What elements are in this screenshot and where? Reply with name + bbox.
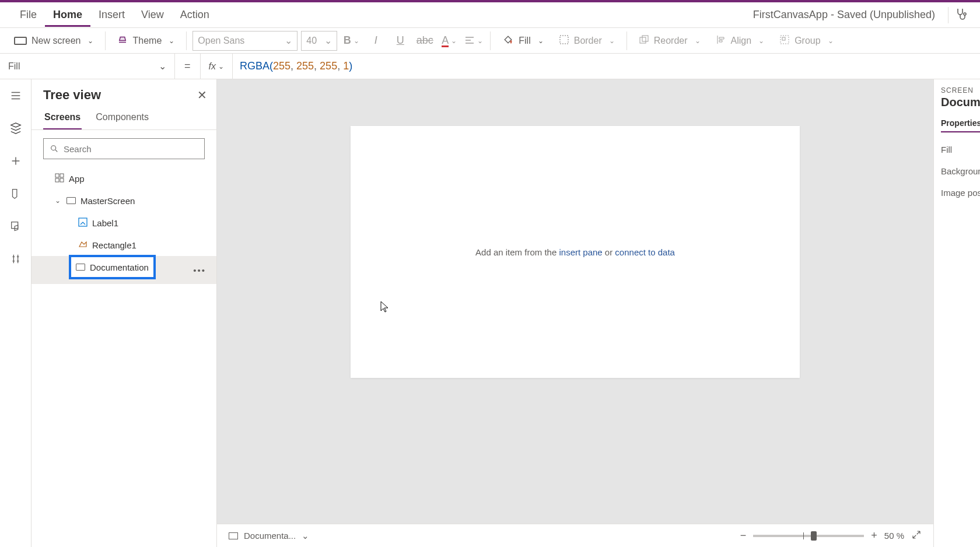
tab-properties[interactable]: Properties — [941, 115, 980, 132]
tab-screens[interactable]: Screens — [43, 106, 82, 129]
search-field[interactable] — [64, 144, 198, 154]
new-screen-button[interactable]: New screen — [8, 32, 99, 50]
font-color-button[interactable]: A — [439, 31, 460, 51]
svg-rect-5 — [782, 37, 785, 40]
property-select[interactable]: Fill ⌄ — [0, 54, 175, 79]
border-button[interactable]: Border — [553, 31, 621, 51]
tree-item-label1[interactable]: Label1 — [32, 212, 216, 234]
svg-rect-8 — [55, 174, 59, 177]
fill-button[interactable]: Fill — [496, 30, 549, 51]
menubar: File Home Insert View Action FirstCanvas… — [0, 2, 980, 28]
menu-file[interactable]: File — [12, 3, 45, 27]
underline-button[interactable]: U — [390, 31, 411, 51]
font-select[interactable]: Open Sans ⌄ — [192, 31, 298, 51]
search-input[interactable] — [43, 138, 205, 159]
screen-icon — [66, 197, 76, 204]
search-icon — [50, 144, 59, 153]
shape-icon — [78, 240, 88, 251]
svg-rect-10 — [55, 178, 59, 182]
insert-pane-link[interactable]: insert pane — [559, 247, 602, 257]
bold-button[interactable]: B — [341, 31, 362, 51]
strikethrough-button[interactable]: abc — [414, 31, 435, 51]
reorder-button[interactable]: Reorder — [633, 31, 706, 51]
font-size-select[interactable]: 40 ⌄ — [301, 31, 337, 51]
svg-point-7 — [51, 146, 56, 150]
connect-data-link[interactable]: connect to data — [615, 247, 675, 257]
label-icon — [78, 218, 88, 229]
tree-list: App ⌄ MasterScreen Label1 Rectangle1 — [32, 167, 216, 547]
fx-label: fx — [209, 61, 216, 72]
reorder-icon — [639, 34, 649, 47]
props-section-label: SCREEN — [941, 86, 980, 94]
fit-to-window-button[interactable] — [911, 530, 922, 542]
font-color-icon: A — [442, 34, 449, 47]
tree-view-icon[interactable] — [8, 120, 24, 136]
formula-fn: RGBA — [240, 60, 270, 72]
tree-item-rectangle1[interactable]: Rectangle1 — [32, 234, 216, 256]
theme-icon — [117, 34, 128, 47]
app-checker-icon[interactable] — [954, 7, 968, 23]
close-icon[interactable]: ✕ — [197, 88, 207, 102]
formula-arg-0: 255 — [273, 60, 290, 72]
align-controls-button[interactable]: Align — [710, 31, 771, 51]
svg-rect-4 — [780, 36, 789, 44]
screen-icon — [229, 532, 238, 539]
menu-insert[interactable]: Insert — [90, 3, 133, 27]
tree-item-app[interactable]: App — [32, 167, 216, 190]
chevron-down-icon: ⌄ — [285, 35, 292, 46]
tree-item-label: MasterScreen — [80, 196, 135, 206]
italic-button[interactable]: I — [365, 31, 386, 51]
svg-rect-2 — [640, 37, 646, 43]
chevron-down-icon: ⌄ — [302, 531, 309, 541]
chevron-down-icon: ⌄ — [159, 61, 166, 72]
app-icon — [55, 173, 64, 184]
data-icon[interactable] — [8, 185, 24, 202]
zoom-out-button[interactable]: − — [740, 530, 747, 542]
zoom-slider[interactable] — [753, 535, 864, 537]
group-button[interactable]: Group — [774, 31, 839, 51]
insert-icon[interactable] — [8, 153, 24, 169]
canvas[interactable]: Add an item from the insert pane or conn… — [351, 126, 800, 378]
prop-image-position[interactable]: Image posit — [941, 188, 980, 198]
reorder-label: Reorder — [654, 36, 688, 46]
font-size-value: 40 — [306, 36, 317, 46]
props-screen-name: Document — [941, 96, 980, 109]
border-label: Border — [574, 36, 602, 46]
tree-item-masterscreen[interactable]: ⌄ MasterScreen — [32, 190, 216, 212]
menu-home[interactable]: Home — [45, 3, 90, 27]
ribbon: New screen Theme Open Sans ⌄ 40 ⌄ B I U … — [0, 28, 980, 54]
left-rail — [0, 79, 32, 547]
prop-fill[interactable]: Fill — [941, 145, 980, 155]
fx-button[interactable]: fx ⌄ — [201, 54, 233, 79]
chevron-down-icon: ⌄ — [218, 62, 224, 71]
group-label: Group — [794, 36, 820, 46]
prop-background[interactable]: Background — [941, 166, 980, 176]
text-align-button[interactable] — [463, 31, 484, 51]
align-left-icon — [464, 36, 475, 46]
hamburger-icon[interactable] — [8, 87, 24, 104]
canvas-placeholder: Add an item from the insert pane or conn… — [475, 247, 675, 257]
theme-label: Theme — [132, 36, 162, 46]
more-icon[interactable]: ••• — [193, 265, 206, 275]
svg-point-0 — [964, 13, 966, 15]
screen-icon — [76, 264, 85, 271]
theme-button[interactable]: Theme — [111, 31, 180, 51]
media-icon[interactable] — [8, 218, 24, 234]
advanced-tools-icon[interactable] — [8, 251, 24, 267]
placeholder-text: Add an item from the — [475, 247, 559, 257]
canvas-footer: Documenta... ⌄ − + 50 % — [217, 524, 933, 547]
screen-selector[interactable]: Documenta... ⌄ — [229, 531, 309, 541]
svg-rect-9 — [60, 174, 64, 177]
screen-selector-label: Documenta... — [244, 531, 296, 541]
tab-components[interactable]: Components — [94, 106, 150, 129]
menu-action[interactable]: Action — [172, 3, 218, 27]
menu-view[interactable]: View — [133, 3, 172, 27]
zoom-in-button[interactable]: + — [871, 530, 877, 542]
svg-rect-1 — [560, 36, 568, 44]
svg-rect-3 — [642, 36, 648, 41]
formula-input[interactable]: RGBA(255, 255, 255, 1) — [233, 54, 980, 79]
tree-item-documentation[interactable]: Documentation ••• — [32, 256, 216, 284]
chevron-down-icon[interactable]: ⌄ — [55, 197, 62, 205]
properties-panel: SCREEN Document Properties Fill Backgrou… — [933, 79, 980, 547]
font-select-value: Open Sans — [198, 36, 244, 46]
